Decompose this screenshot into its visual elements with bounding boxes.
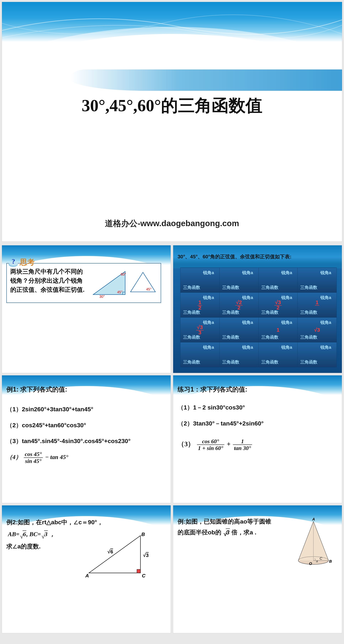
practice1-body: （1）1－2 sin30°cos30° （2）3tan30°－tan45°+2s… xyxy=(178,400,337,454)
slide-row-3: 例2:如图，在rt△abc中，∠c＝90°， AB=√6, BC=√3 ， 求∠… xyxy=(2,505,342,633)
svg-text:√3: √3 xyxy=(143,552,149,558)
cone-line2: 的底面半径ob的 √3 倍，求a . xyxy=(178,527,293,538)
svg-text:A: A xyxy=(312,518,315,522)
expr-3: （3）tan45°.sin45°-4sin30°.cos45°+cos230° xyxy=(7,434,166,448)
main-title: 30°,45°,60°的三角函数值 xyxy=(2,94,342,117)
slide-example1: 例1: 求下列各式的值: （1）2sin260°+3tan30°+tan45° … xyxy=(2,375,171,503)
svg-text:√6: √6 xyxy=(108,549,113,554)
triangles-diagram: 60° 45° 30° 45° xyxy=(90,267,157,299)
expr-4: （4） cos 45°sin 45° − tan 45° xyxy=(7,450,166,464)
question-cloud-icon: ? xyxy=(8,257,19,268)
slide-deck: 30°,45°,60°的三角函数值 道格办公-www.daogebangong.… xyxy=(2,2,342,633)
slide-table: 30°、45°、60°角的正弦值、余弦值和正切值如下表: 锐角a三角函数 锐角a… xyxy=(173,245,342,373)
svg-text:A: A xyxy=(85,573,89,578)
slide-row-2: 例1: 求下列各式的值: （1）2sin260°+3tan30°+tan45° … xyxy=(2,375,342,503)
svg-text:a: a xyxy=(316,560,318,563)
svg-text:45°: 45° xyxy=(117,290,123,294)
table-row: 锐角a三角函数 锐角a三角函数 锐角a三角函数 锐角a三角函数 xyxy=(180,268,337,292)
svg-text:B: B xyxy=(141,532,145,537)
think-box: 两块三角尺中有几个不同的锐角？分别求出这几个锐角的正弦值、余弦值和正切值. 60… xyxy=(7,263,161,303)
svg-text:30°: 30° xyxy=(99,294,105,298)
table-row: 锐角a12三角函数 锐角a√22三角函数 锐角a√32三角函数 锐角a1 三角函… xyxy=(180,292,337,318)
slide-title: 30°,45°,60°的三角函数值 道格办公-www.daogebangong.… xyxy=(2,2,342,242)
table-row: 锐角a三角函数 锐角a三角函数 锐角a三角函数 锐角a三角函数 xyxy=(180,342,337,367)
slide-thinking: ? 思考 两块三角尺中有几个不同的锐角？分别求出这几个锐角的正弦值、余弦值和正切… xyxy=(2,245,171,373)
svg-text:C: C xyxy=(320,556,322,560)
practice1-title: 练习1：求下列各式的值: xyxy=(178,385,337,394)
expr-2: （2）3tan30°－tan45°+2sin60° xyxy=(178,416,337,431)
svg-marker-8 xyxy=(131,272,155,292)
cone-diagram: A O B C a xyxy=(294,518,333,568)
think-heading: ? 思考 xyxy=(8,257,35,268)
svg-rect-11 xyxy=(137,570,140,573)
think-label-text: 思考 xyxy=(20,257,35,267)
cone-example-body: 例:如图，已知圆锥的高ao等于圆锥 的底面半径ob的 √3 倍，求a . xyxy=(178,516,293,538)
svg-text:B: B xyxy=(329,559,332,564)
main-footer: 道格办公-www.daogebangong.com xyxy=(2,218,342,229)
expr-3: （3） cos 60°1 + sin 60° + 1tan 30° xyxy=(178,436,337,452)
expr-1: （1）2sin260°+3tan30°+tan45° xyxy=(7,402,166,416)
slide-practice1: 练习1：求下列各式的值: （1）1－2 sin30°cos30° （2）3tan… xyxy=(173,375,342,503)
example1-title: 例1: 求下列各式的值: xyxy=(7,385,166,394)
right-triangle-diagram: A B C √6 √3 xyxy=(82,530,153,580)
expr-1: （1）1－2 sin30°cos30° xyxy=(178,400,337,415)
svg-text:O: O xyxy=(309,562,312,566)
example1-body: （1）2sin260°+3tan30°+tan45° （2）cos245°+ta… xyxy=(7,402,166,466)
trig-values-table: 锐角a三角函数 锐角a三角函数 锐角a三角函数 锐角a三角函数 锐角a12三角函… xyxy=(180,268,337,367)
slide-cone-example: 例:如图，已知圆锥的高ao等于圆锥 的底面半径ob的 √3 倍，求a . A O… xyxy=(173,505,342,633)
swoosh-decoration xyxy=(70,70,342,91)
wave-decoration xyxy=(2,2,342,55)
table-row: 锐角a√33三角函数 锐角a三角函数 锐角a1三角函数 锐角a√3三角函数 xyxy=(180,318,337,342)
svg-marker-10 xyxy=(89,536,140,573)
slide-example2: 例2:如图，在rt△abc中，∠c＝90°， AB=√6, BC=√3 ， 求∠… xyxy=(2,505,171,633)
ex2-line1: 例2:如图，在rt△abc中，∠c＝90°， xyxy=(7,516,166,528)
svg-text:?: ? xyxy=(12,258,15,265)
think-question: 两块三角尺中有几个不同的锐角？分别求出这几个锐角的正弦值、余弦值和正切值. xyxy=(10,267,88,294)
expr-2: （2）cos245°+tan60°cos30° xyxy=(7,418,166,432)
svg-text:60°: 60° xyxy=(121,272,126,276)
svg-text:C: C xyxy=(142,573,146,578)
cone-line1: 例:如图，已知圆锥的高ao等于圆锥 xyxy=(178,516,293,527)
table-title: 30°、45°、60°角的正弦值、余弦值和正切值如下表: xyxy=(178,253,337,260)
svg-text:45°: 45° xyxy=(146,287,151,291)
slide-row-1: ? 思考 两块三角尺中有几个不同的锐角？分别求出这几个锐角的正弦值、余弦值和正切… xyxy=(2,245,342,373)
